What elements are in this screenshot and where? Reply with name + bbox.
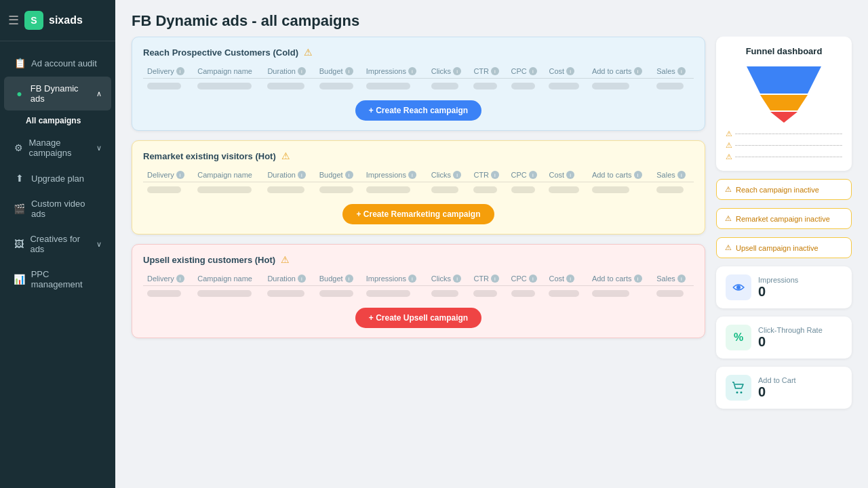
info-icon-duration[interactable]: i [298,67,306,75]
main-content: FB Dynamic ads - all campaigns Reach Pro… [115,0,868,488]
create-upsell-campaign-button[interactable]: + Create Upsell campaign [355,308,481,328]
info-icon[interactable]: i [566,171,574,179]
svg-marker-0 [747,66,821,94]
impressions-icon [732,281,745,294]
info-icon[interactable]: i [677,274,686,283]
th-delivery: Delivery i [143,272,193,286]
panel-title-row-remarketing: Remarket existing visitors (Hot) ⚠ [143,150,694,161]
info-icon[interactable]: i [176,171,184,179]
th-sales: Sales i [652,168,694,182]
sidebar-item-manage-campaigns[interactable]: ⚙ Manage campaigns ∨ [4,131,111,165]
ctr-icon-box: % [726,325,751,350]
sidebar-subnav-fb: All campaigns [0,112,115,129]
ctr-label: Click-Through Rate [758,326,823,334]
info-icon-budget[interactable]: i [345,67,353,75]
info-icon-cost[interactable]: i [566,67,574,75]
info-icon[interactable]: i [529,171,537,179]
info-icon[interactable]: i [566,274,574,283]
alert-card-upsell[interactable]: ⚠ Upsell campaign inactive [716,237,852,258]
sidebar-item-all-campaigns[interactable]: All campaigns [19,112,115,129]
sidebar-item-custom-video-ads[interactable]: 🎬 Custom video ads [4,192,111,226]
logo-box: S [24,11,43,30]
th-cost: Cost i [545,272,587,286]
info-icon-atc[interactable]: i [634,67,642,75]
metric-card-ctr: % Click-Through Rate 0 [716,317,852,359]
sidebar-item-creatives-for-ads[interactable]: 🖼 Creatives for ads ∨ [4,227,111,261]
sidebar-item-ad-account-audit[interactable]: 📋 Ad account audit [4,51,111,75]
info-icon[interactable]: i [634,274,642,283]
sidebar-item-ppc-management[interactable]: 📊 PPC management [4,262,111,296]
logo-letter: S [31,15,37,26]
sidebar-item-fb-dynamic-ads[interactable]: ● FB Dynamic ads ∧ [4,77,111,110]
funnel-warning-icon: ⚠ [726,129,732,138]
skeleton-cell [362,79,427,94]
hamburger-icon[interactable]: ☰ [8,13,19,28]
funnel-title: Funnel dashboard [726,46,842,56]
sidebar-item-label: Ad account audit [31,58,97,68]
th-cpc: CPC i [507,272,545,286]
th-cost: Cost i [545,168,587,182]
add-to-cart-label: Add to Cart [758,376,796,384]
create-reach-campaign-button[interactable]: + Create Reach campaign [355,100,481,121]
th-budget: Budget i [315,168,362,182]
th-delivery: Delivery i [143,168,193,182]
sidebar-item-label: Creatives for ads [30,234,91,254]
th-cost: Cost i [545,64,587,79]
alert-warning-icon: ⚠ [725,214,732,223]
info-icon-cpc[interactable]: i [529,67,537,75]
campaign-table-cold: Delivery i Campaign name Duration i Budg… [143,64,694,94]
funnel-alert-row-upsell: ⚠ [726,152,842,161]
info-icon-ctr[interactable]: i [491,67,499,75]
funnel-warning-icon: ⚠ [726,141,732,150]
info-icon[interactable]: i [176,274,184,283]
th-campaign-name: Campaign name [193,168,263,182]
table-header-row: Delivery i Campaign name Duration i Budg… [143,64,694,79]
info-icon[interactable]: i [677,171,686,179]
metric-card-impressions: Impressions 0 [716,266,852,308]
info-icon[interactable]: i [345,171,353,179]
sidebar: ☰ S sixads 📋 Ad account audit ● FB Dynam… [0,0,115,488]
alert-card-remarket[interactable]: ⚠ Remarket campaign inactive [716,208,852,229]
info-icon[interactable]: i [491,171,499,179]
th-budget: Budget i [315,272,362,286]
panel-title-cold: Reach Prospective Customers (Cold) [143,47,298,58]
th-add-to-carts: Add to carts i [588,168,652,182]
sidebar-item-upgrade-plan[interactable]: ⬆ Upgrade plan [4,166,111,190]
info-icon[interactable]: i [345,274,353,283]
create-remarketing-campaign-button[interactable]: + Create Remarketing campaign [342,204,494,224]
create-btn-row-remarketing: + Create Remarketing campaign [143,204,694,224]
th-sales: Sales i [652,64,694,79]
alert-warning-icon: ⚠ [725,243,732,252]
table-row [143,286,694,302]
skeleton-cell [315,79,362,94]
info-icon[interactable]: i [453,171,461,179]
info-icon[interactable]: i [453,274,461,283]
funnel-dashboard-card: Funnel dashboard ⚠ [716,37,852,171]
info-icon[interactable]: i [408,171,416,179]
alert-card-reach[interactable]: ⚠ Reach campaign inactive [716,179,852,200]
th-ctr: CTR i [469,272,507,286]
upgrade-icon: ⬆ [14,173,26,184]
sidebar-item-label: Manage campaigns [29,138,91,158]
info-icon[interactable]: i [634,171,642,179]
info-icon[interactable]: i [298,274,306,283]
funnel-visual [726,63,842,124]
funnel-alerts: ⚠ ⚠ ⚠ [726,129,842,161]
info-icon[interactable]: i [529,274,537,283]
th-campaign-name: Campaign name [193,64,263,79]
info-icon[interactable]: i [408,274,416,283]
info-icon-impressions[interactable]: i [408,67,416,75]
metric-card-add-to-cart: Add to Cart 0 [716,367,852,409]
campaign-panel-remarketing: Remarket existing visitors (Hot) ⚠ Deliv… [132,140,705,235]
info-icon-clicks[interactable]: i [453,67,461,75]
th-clicks: Clicks i [427,168,470,182]
info-icon[interactable]: i [298,171,306,179]
create-btn-row-upsell: + Create Upsell campaign [143,308,694,328]
info-icon-sales[interactable]: i [677,67,686,75]
alert-card-label: Remarket campaign inactive [736,215,830,223]
info-icon-delivery[interactable]: i [176,67,184,75]
warning-icon-cold: ⚠ [304,47,313,58]
table-header-row: Delivery i Campaign name Duration i Budg… [143,272,694,286]
svg-marker-2 [770,112,797,123]
info-icon[interactable]: i [491,274,499,283]
